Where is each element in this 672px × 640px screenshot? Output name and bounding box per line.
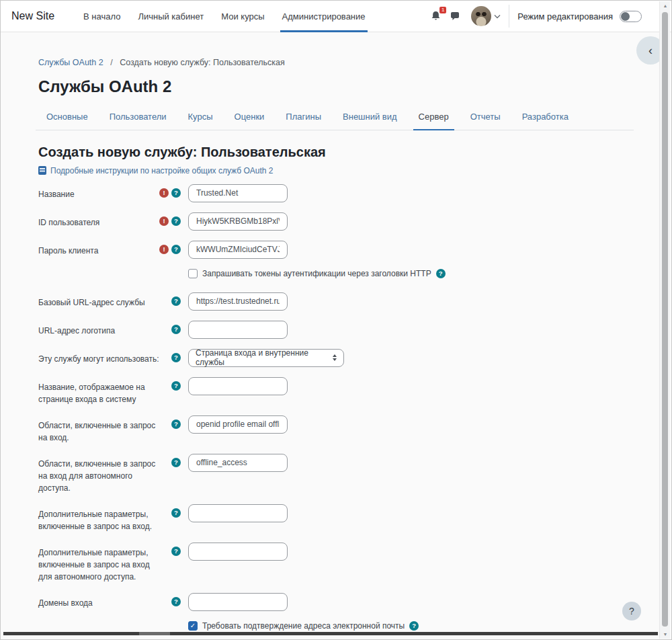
- tab-оценки[interactable]: Оценки: [224, 104, 276, 130]
- nav-item-мои-курсы[interactable]: Мои курсы: [212, 1, 273, 32]
- chevron-left-icon: ‹: [648, 44, 653, 58]
- login-scopes-help-icon[interactable]: ?: [171, 419, 181, 429]
- window-bottom-edge: [3, 632, 658, 635]
- client-id-required-icon: !: [159, 216, 169, 226]
- scroll-up-arrow-icon[interactable]: ▲: [660, 3, 671, 8]
- service-usage-label-cell: Эту службу могут использовать:?: [38, 349, 188, 365]
- service-usage-help-icon[interactable]: ?: [171, 353, 181, 362]
- service-name-icons: !?: [159, 188, 181, 200]
- nav-item-в-начало[interactable]: В начало: [75, 1, 129, 32]
- client-id-input[interactable]: [188, 212, 288, 231]
- offline-params-row: Дополнительные параметры, включенные в з…: [38, 543, 631, 583]
- offline-params-input[interactable]: [188, 543, 288, 561]
- service-name-input[interactable]: [188, 184, 288, 202]
- client-id-label-cell: ID пользователя!?: [38, 212, 188, 229]
- login-domains-input[interactable]: [188, 593, 288, 611]
- offline-scopes-label-cell: Области, включенные в запрос на вход для…: [38, 454, 188, 494]
- tab-курсы[interactable]: Курсы: [177, 104, 224, 130]
- client-id-row: ID пользователя!?: [38, 212, 631, 231]
- login-scopes-row: Области, включенные в запрос на вход.?: [38, 415, 631, 444]
- tab-основные[interactable]: Основные: [36, 104, 99, 130]
- login-scopes-input[interactable]: [188, 415, 288, 434]
- tab-отчеты[interactable]: Отчеты: [460, 104, 511, 130]
- user-avatar[interactable]: [471, 6, 491, 26]
- client-secret-help-icon[interactable]: ?: [171, 245, 181, 254]
- logo-url-help-icon[interactable]: ?: [171, 325, 181, 334]
- login-domains-icons: ?: [171, 597, 181, 609]
- offline-scopes-label: Области, включенные в запрос на вход для…: [38, 458, 159, 494]
- login-params-input[interactable]: [188, 504, 288, 522]
- docs-link[interactable]: Подробные инструкции по настройке общих …: [38, 166, 273, 175]
- oauth2-service-form: Название!?ID пользователя!?Пароль клиент…: [38, 184, 631, 631]
- login-domains-label: Домены входа: [38, 597, 159, 609]
- service-name-label-cell: Название!?: [38, 184, 188, 200]
- toggle-knob: [621, 12, 630, 21]
- question-icon: ?: [629, 606, 634, 616]
- login-page-name-help-icon[interactable]: ?: [171, 381, 181, 391]
- login-params-label: Дополнительные параметры, включенные в з…: [38, 508, 159, 532]
- tab-пользователи[interactable]: Пользователи: [99, 104, 177, 130]
- tab-разработка[interactable]: Разработка: [511, 104, 579, 130]
- base-url-input[interactable]: [188, 292, 288, 311]
- client-id-help-icon[interactable]: ?: [171, 216, 181, 226]
- messages-button[interactable]: [450, 11, 460, 22]
- docs-link-label: Подробные инструкции по настройке общих …: [50, 166, 273, 175]
- http-header-tokens-help-icon[interactable]: ?: [436, 269, 446, 278]
- vertical-scrollbar[interactable]: ▲ ▼: [659, 1, 670, 639]
- breadcrumb: Службы OAuth 2 / Создать новую службу: П…: [38, 58, 631, 67]
- logo-url-label-cell: URL-адрес логотипа?: [38, 321, 188, 337]
- base-url-help-icon[interactable]: ?: [171, 296, 181, 306]
- client-secret-required-icon: !: [159, 245, 169, 254]
- client-id-icons: !?: [159, 216, 181, 229]
- offline-scopes-input[interactable]: [188, 454, 288, 472]
- login-page-name-input[interactable]: [188, 377, 288, 395]
- logo-url-input[interactable]: [188, 321, 288, 339]
- select-arrows-icon: [333, 354, 337, 361]
- service-name-help-icon[interactable]: ?: [171, 188, 181, 198]
- offline-scopes-help-icon[interactable]: ?: [171, 458, 181, 467]
- service-usage-row: Эту службу могут использовать:?Страница …: [38, 349, 631, 367]
- client-secret-input[interactable]: [188, 241, 288, 259]
- scroll-down-arrow-icon[interactable]: ▼: [660, 632, 671, 637]
- offline-scopes-icons: ?: [171, 458, 181, 494]
- notifications-button[interactable]: 1: [430, 10, 442, 22]
- service-usage-select[interactable]: Страница входа и внутренние службы: [188, 349, 344, 367]
- logo-url-row: URL-адрес логотипа?: [38, 321, 631, 339]
- browser-viewport: New Site В началоЛичный кабинетМои курсы…: [0, 0, 672, 640]
- service-name-label: Название: [38, 188, 159, 200]
- offline-params-help-icon[interactable]: ?: [171, 547, 181, 556]
- login-params-icons: ?: [171, 508, 181, 532]
- http-header-tokens-checkbox[interactable]: [188, 269, 198, 278]
- page-title: Службы OAuth 2: [38, 77, 631, 96]
- service-usage-icons: ?: [171, 353, 181, 365]
- base-url-icons: ?: [171, 296, 181, 309]
- login-domains-help-icon[interactable]: ?: [171, 597, 181, 606]
- scrollbar-thumb[interactable]: [662, 12, 668, 627]
- require-email-verification-checkbox[interactable]: ✓: [188, 621, 198, 631]
- logo-url-icons: ?: [171, 325, 181, 337]
- floating-help-button[interactable]: ?: [622, 602, 641, 621]
- user-menu-chevron-down-icon[interactable]: [494, 12, 501, 20]
- edit-mode-toggle[interactable]: [620, 11, 642, 22]
- tab-сервер[interactable]: Сервер: [408, 104, 460, 130]
- client-secret-row: Пароль клиента!?: [38, 241, 631, 259]
- tab-плагины[interactable]: Плагины: [275, 104, 332, 130]
- login-page-name-label-cell: Название, отображаемое на странице входа…: [38, 377, 188, 405]
- offline-params-label-cell: Дополнительные параметры, включенные в з…: [38, 543, 188, 583]
- http-header-tokens-label: Запрашивать токены аутентификации через …: [202, 269, 431, 278]
- require-email-verification-help-icon[interactable]: ?: [409, 621, 419, 631]
- login-params-help-icon[interactable]: ?: [171, 508, 181, 518]
- primary-nav: В началоЛичный кабинетМои курсыАдминистр…: [75, 1, 374, 32]
- top-navbar: New Site В началоЛичный кабинетМои курсы…: [1, 1, 671, 32]
- nav-item-администрирование[interactable]: Администрирование: [274, 1, 374, 32]
- breadcrumb-oauth2-link[interactable]: Службы OAuth 2: [38, 58, 103, 67]
- tab-внешний-вид[interactable]: Внешний вид: [332, 104, 408, 130]
- chat-icon: [450, 11, 460, 22]
- service-name-row: Название!?: [38, 184, 631, 202]
- site-brand[interactable]: New Site: [11, 10, 54, 22]
- client-secret-label-cell: Пароль клиента!?: [38, 241, 188, 257]
- offline-scopes-row: Области, включенные в запрос на вход для…: [38, 454, 631, 494]
- notification-badge: 1: [439, 7, 446, 13]
- login-scopes-label: Области, включенные в запрос на вход.: [38, 419, 159, 444]
- nav-item-личный-кабинет[interactable]: Личный кабинет: [129, 1, 212, 32]
